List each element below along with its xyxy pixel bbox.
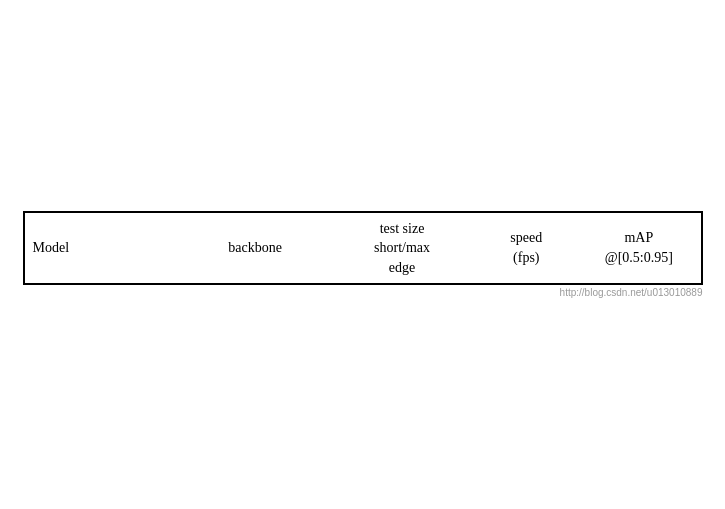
header-map: mAP@[0.5:0.95] xyxy=(577,212,701,285)
header-backbone: backbone xyxy=(182,212,329,285)
table-container: Model backbone test sizeshort/maxedge sp… xyxy=(23,211,703,299)
comparison-table: Model backbone test sizeshort/maxedge sp… xyxy=(23,211,703,286)
header-model: Model xyxy=(24,212,182,285)
header-row: Model backbone test sizeshort/maxedge sp… xyxy=(24,212,702,285)
header-speed: speed(fps) xyxy=(475,212,577,285)
header-testsize: test sizeshort/maxedge xyxy=(329,212,476,285)
watermark: http://blog.csdn.net/u013010889 xyxy=(23,287,703,298)
